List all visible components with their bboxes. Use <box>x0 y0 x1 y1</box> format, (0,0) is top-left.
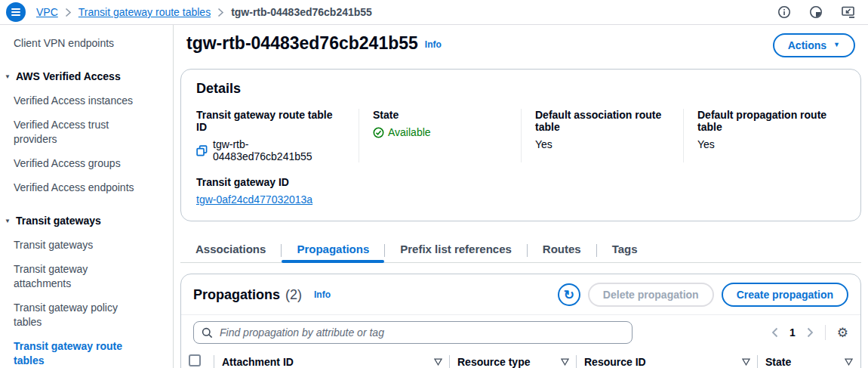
sidebar-item-transit-gateway-route-tables[interactable]: Transit gateway route tables <box>0 337 155 368</box>
main-content: tgw-rtb-04483ed76cb241b55Info Actions ▼ … <box>174 25 868 368</box>
sort-filter-icon[interactable] <box>434 358 442 366</box>
gear-icon[interactable]: ⚙ <box>837 326 848 339</box>
chevron-right-icon <box>217 8 224 17</box>
breadcrumb-route-tables-link[interactable]: Transit gateway route tables <box>78 6 211 18</box>
propagations-title: Propagations <box>193 287 280 303</box>
sidebar-item-verified-access-instances[interactable]: Verified Access instances <box>0 91 155 110</box>
propagations-info-link[interactable]: Info <box>314 289 331 300</box>
activity-icon[interactable] <box>809 5 823 19</box>
breadcrumb: VPC Transit gateway route tables tgw-rtb… <box>36 6 372 18</box>
pagination-divider <box>825 325 826 340</box>
select-all-checkbox[interactable] <box>189 354 201 366</box>
search-icon <box>202 327 213 339</box>
refresh-icon[interactable]: ↻ <box>558 283 580 306</box>
field-default-association: Default association route table Yes <box>521 109 683 162</box>
tab-routes[interactable]: Routes <box>528 238 596 262</box>
column-header-resource-id[interactable]: Resource ID <box>577 351 758 368</box>
pagination: 1 ⚙ <box>771 325 848 340</box>
top-navigation-bar: VPC Transit gateway route tables tgw-rtb… <box>0 0 868 25</box>
sidebar-item-verified-access-groups[interactable]: Verified Access groups <box>0 154 155 173</box>
transit-gateway-id-link[interactable]: tgw-0af24cd477032013a <box>196 193 312 206</box>
field-transit-gateway-route-table-id: Transit gateway route table ID tgw-rtb-0… <box>196 109 359 162</box>
sidebar-navigation: Client VPN endpoints ▼ AWS Verified Acce… <box>0 25 174 368</box>
chevron-right-icon <box>65 8 72 17</box>
sort-filter-icon[interactable] <box>845 358 853 366</box>
shortcuts-icon[interactable] <box>841 5 856 19</box>
sidebar-section-aws-verified-access[interactable]: ▼ AWS Verified Access <box>0 67 173 86</box>
breadcrumb-current: tgw-rtb-04483ed76cb241b55 <box>231 6 372 18</box>
triangle-down-icon: ▼ <box>5 214 11 228</box>
caret-down-icon: ▼ <box>833 37 840 52</box>
hamburger-menu-icon[interactable] <box>6 2 26 22</box>
check-circle-icon <box>373 127 384 138</box>
tab-propagations[interactable]: Propagations <box>282 238 384 262</box>
create-propagation-button[interactable]: Create propagation <box>722 283 848 307</box>
sidebar-item-verified-access-endpoints[interactable]: Verified Access endpoints <box>0 178 155 197</box>
tab-bar: Associations Propagations Prefix list re… <box>180 238 861 263</box>
current-page-number[interactable]: 1 <box>790 326 796 339</box>
propagations-table: Attachment ID Resource type Resource ID <box>181 351 860 368</box>
next-page-icon[interactable] <box>807 327 814 338</box>
previous-page-icon[interactable] <box>771 327 778 338</box>
sidebar-item-transit-gateway-attachments[interactable]: Transit gateway attachments <box>0 260 155 293</box>
triangle-down-icon: ▼ <box>5 70 11 84</box>
table-header-row: Attachment ID Resource type Resource ID <box>181 351 860 368</box>
field-state: State Available <box>359 109 521 162</box>
route-table-id-value: tgw-rtb-04483ed76cb241b55 <box>213 138 345 162</box>
sidebar-section-transit-gateways[interactable]: ▼ Transit gateways <box>0 212 173 230</box>
copy-icon[interactable] <box>196 145 208 156</box>
propagation-search-input[interactable] <box>193 321 633 344</box>
details-panel: Details Transit gateway route table ID t… <box>180 69 861 221</box>
sidebar-item-transit-gateways[interactable]: Transit gateways <box>0 236 155 255</box>
sidebar-item-transit-gateway-policy-tables[interactable]: Transit gateway policy tables <box>0 298 155 332</box>
page-title: tgw-rtb-04483ed76cb241b55 <box>186 33 418 53</box>
search-input[interactable] <box>218 326 624 339</box>
status-available: Available <box>373 126 507 138</box>
info-icon[interactable] <box>777 5 791 19</box>
delete-propagation-button[interactable]: Delete propagation <box>588 283 714 307</box>
field-transit-gateway-id: Transit gateway ID tgw-0af24cd477032013a <box>196 176 359 206</box>
actions-button[interactable]: Actions ▼ <box>773 33 855 57</box>
propagations-panel: Propagations (2) Info ↻ Delete propagati… <box>180 274 861 368</box>
field-default-propagation: Default propagation route table Yes <box>683 109 845 162</box>
sort-filter-icon[interactable] <box>561 358 569 366</box>
details-heading: Details <box>196 81 845 97</box>
sidebar-item-client-vpn-endpoints[interactable]: Client VPN endpoints <box>0 34 155 53</box>
page-info-link[interactable]: Info <box>425 39 442 50</box>
breadcrumb-vpc-link[interactable]: VPC <box>36 6 58 18</box>
tab-associations[interactable]: Associations <box>180 238 281 262</box>
column-header-state[interactable]: State <box>758 351 860 368</box>
column-header-resource-type[interactable]: Resource type <box>450 351 577 368</box>
sidebar-item-verified-access-trust-providers[interactable]: Verified Access trust providers <box>0 116 155 149</box>
tab-prefix-list-references[interactable]: Prefix list references <box>385 238 527 262</box>
column-header-attachment-id[interactable]: Attachment ID <box>214 351 450 368</box>
tab-tags[interactable]: Tags <box>597 238 653 262</box>
sort-filter-icon[interactable] <box>742 358 750 366</box>
propagations-count: (2) <box>285 287 302 303</box>
topbar-icons <box>777 5 856 19</box>
